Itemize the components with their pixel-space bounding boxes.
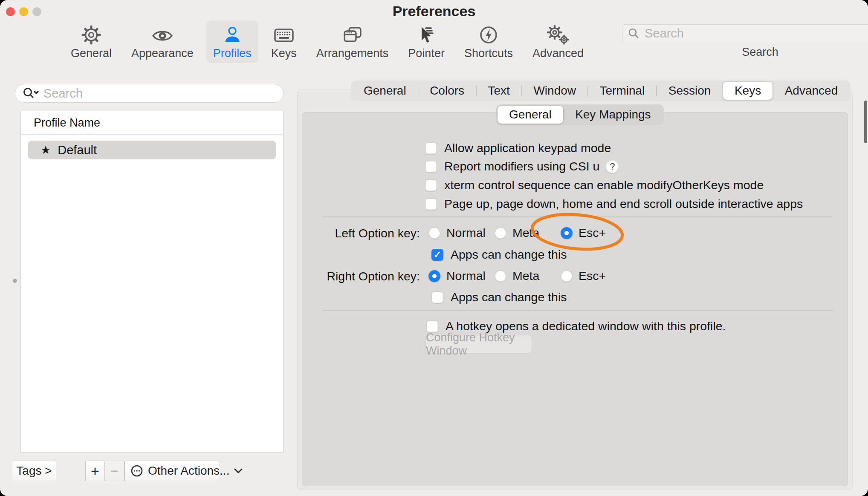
checkbox-row-csi-u: Report modifiers using CSI u ?: [425, 159, 619, 173]
checkbox-label: Allow application keypad mode: [444, 141, 611, 155]
profile-search-input[interactable]: [43, 86, 276, 101]
radio-label: Meta: [512, 226, 539, 240]
checkbox-row-modify-other-keys: xterm control sequence can enable modify…: [425, 178, 764, 192]
ellipsis-circle-icon: [130, 464, 144, 478]
right-option-key-label: Right Option key:: [302, 269, 420, 283]
profile-settings-panel: General Colors Text Window Terminal Sess…: [297, 89, 853, 490]
toolbar-item-arrangements[interactable]: Arrangements: [310, 20, 396, 63]
toolbar-item-general[interactable]: General: [64, 20, 119, 63]
tab-text[interactable]: Text: [477, 82, 521, 100]
profile-tab-bar: General Colors Text Window Terminal Sess…: [351, 81, 851, 101]
radio-left-meta[interactable]: [495, 227, 506, 239]
toolbar-item-pointer[interactable]: Pointer: [401, 20, 451, 63]
bolt-icon: [479, 24, 498, 45]
keys-pane: General Key Mappings Allow application k…: [302, 112, 848, 486]
remove-profile-button[interactable]: −: [105, 461, 124, 481]
tab-keys[interactable]: Keys: [723, 82, 773, 100]
keyboard-icon: [273, 24, 295, 45]
radio-left-normal[interactable]: [428, 227, 440, 239]
toolbar-item-profiles[interactable]: Profiles: [206, 20, 258, 63]
gears-icon: [547, 24, 569, 45]
checkbox-page-scroll[interactable]: [425, 198, 437, 210]
star-icon: ★: [41, 143, 51, 157]
right-apps-can-change-row: Apps can change this: [431, 290, 567, 304]
checkbox-keypad-mode[interactable]: [425, 142, 437, 154]
eye-icon: [151, 24, 174, 45]
profile-add-remove-group: + −: [85, 461, 124, 481]
toolbar-item-advanced[interactable]: Advanced: [526, 20, 590, 63]
checkbox-hotkey-window[interactable]: [426, 320, 438, 332]
left-option-esc: Esc+: [561, 226, 606, 240]
configure-hotkey-window-button[interactable]: Configure Hotkey Window: [425, 335, 532, 354]
profile-row-default[interactable]: ★ Default: [28, 141, 276, 159]
subtab-general[interactable]: General: [498, 106, 563, 124]
help-button[interactable]: ?: [605, 160, 619, 173]
toolbar-search-field[interactable]: [622, 24, 868, 42]
radio-right-esc[interactable]: [561, 270, 573, 282]
checkbox-row-keypad: Allow application keypad mode: [425, 141, 611, 155]
left-option-key-label: Left Option key:: [302, 226, 420, 240]
profile-search-field[interactable]: [15, 84, 284, 103]
profile-list-header: Profile Name: [21, 111, 283, 135]
pane-splitter-dot: [13, 279, 17, 283]
toolbar-search-item: Search: [622, 20, 868, 59]
tab-terminal[interactable]: Terminal: [588, 82, 657, 100]
add-profile-button[interactable]: +: [85, 461, 105, 481]
right-option-normal: Normal: [428, 269, 486, 283]
radio-label: Normal: [446, 269, 486, 283]
tab-window[interactable]: Window: [522, 82, 587, 100]
tab-colors[interactable]: Colors: [418, 82, 476, 100]
left-option-meta: Meta: [495, 226, 539, 240]
gear-icon: [81, 24, 101, 45]
left-apps-can-change-row: ✓ Apps can change this: [431, 248, 567, 262]
window-title: Preferences: [0, 3, 868, 20]
search-icon: [628, 27, 639, 39]
preferences-window: Preferences General: [0, 0, 868, 496]
toolbar-item-label: General: [71, 47, 112, 60]
tab-session[interactable]: Session: [657, 82, 723, 100]
checkbox-label: Report modifiers using CSI u: [444, 159, 599, 173]
toolbar-item-label: Shortcuts: [464, 47, 513, 60]
windows-icon: [342, 24, 363, 45]
toolbar-item-appearance[interactable]: Appearance: [124, 20, 200, 63]
right-option-esc: Esc+: [561, 269, 606, 283]
toolbar-search-label: Search: [742, 46, 778, 59]
checkbox-label: xterm control sequence can enable modify…: [444, 178, 764, 192]
toolbar: General Appearance Profiles: [64, 20, 868, 63]
checkbox-label: Apps can change this: [451, 290, 567, 304]
toolbar-item-label: Profiles: [213, 47, 252, 60]
radio-left-esc[interactable]: [561, 227, 573, 239]
profile-name: Default: [58, 143, 97, 157]
toolbar-item-shortcuts[interactable]: Shortcuts: [457, 20, 520, 63]
radio-right-meta[interactable]: [495, 270, 506, 282]
toolbar-search-input[interactable]: [644, 26, 868, 41]
radio-label: Meta: [512, 269, 539, 283]
radio-right-normal[interactable]: [428, 270, 440, 282]
other-actions-dropdown[interactable]: Other Actions...: [124, 461, 219, 481]
tab-advanced[interactable]: Advanced: [773, 82, 850, 100]
toolbar-item-label: Advanced: [532, 47, 584, 60]
toolbar-item-label: Keys: [271, 47, 297, 60]
other-actions-label: Other Actions...: [148, 464, 229, 478]
checkbox-right-apps-can-change[interactable]: [431, 291, 443, 303]
checkbox-label: Apps can change this: [451, 248, 567, 262]
left-option-normal: Normal: [428, 226, 486, 240]
tags-button[interactable]: Tags >: [12, 461, 56, 481]
checkbox-modify-other-keys[interactable]: [425, 179, 437, 191]
toolbar-item-keys[interactable]: Keys: [264, 20, 304, 63]
divider: [323, 216, 833, 217]
radio-label: Normal: [446, 226, 486, 240]
cursor-icon: [417, 24, 436, 45]
search-menu-icon[interactable]: [22, 87, 39, 100]
radio-label: Esc+: [579, 226, 606, 240]
checkbox-left-apps-can-change[interactable]: ✓: [431, 249, 443, 261]
keys-subtab-bar: General Key Mappings: [496, 104, 664, 125]
subtab-key-mappings[interactable]: Key Mappings: [564, 106, 662, 124]
checkbox-csi-u[interactable]: [425, 161, 437, 173]
right-option-meta: Meta: [495, 269, 539, 283]
scrollbar-thumb[interactable]: [864, 101, 867, 143]
tab-general[interactable]: General: [352, 82, 418, 100]
checkbox-label: Page up, page down, home and end scroll …: [444, 197, 803, 211]
person-icon: [223, 24, 242, 45]
chevron-down-icon: [234, 468, 243, 474]
